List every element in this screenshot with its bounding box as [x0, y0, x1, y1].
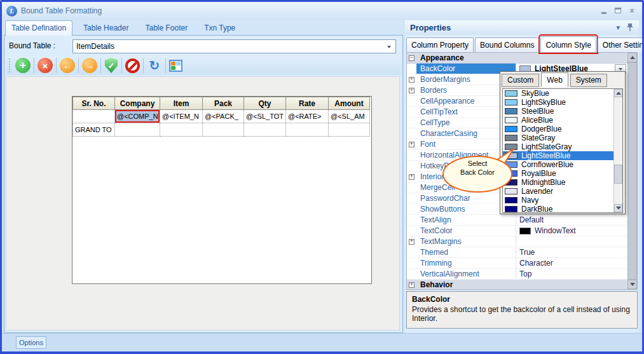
property-textalign[interactable]: TextAlignDefault [407, 215, 627, 226]
tab-table-header[interactable]: Table Header [78, 21, 134, 36]
color-name: DarkBlue [521, 205, 552, 213]
design-col-pack[interactable]: Pack [203, 97, 244, 110]
toolbar-grip[interactable] [9, 58, 11, 72]
verify-icon[interactable]: ✓ [104, 58, 118, 73]
scroll-up-icon[interactable] [627, 53, 637, 62]
design-col-sr-no[interactable]: Sr. No. [73, 97, 115, 110]
color-item-dodgerblue[interactable]: DodgerBlue [503, 125, 622, 133]
toolbar: +×←→✓↻ [6, 56, 401, 75]
scroll-down-icon[interactable] [627, 280, 637, 289]
toolbar-separator [78, 58, 79, 73]
tab-txn-type[interactable]: Txn Type [198, 21, 241, 36]
scroll-up-icon[interactable] [614, 89, 622, 97]
add-icon[interactable]: + [15, 58, 31, 73]
design-cell-r1c3[interactable]: @<ITEM_N [160, 110, 203, 123]
design-cell-r2c5[interactable] [244, 123, 286, 137]
property-grid-scrollbar[interactable] [627, 53, 637, 289]
verify-icon-glyph: ✓ [108, 61, 115, 71]
design-cell-r2c7[interactable] [329, 123, 370, 137]
color-swatch [505, 153, 517, 159]
delete-icon[interactable]: × [38, 58, 53, 73]
columns-icon[interactable] [169, 60, 182, 72]
design-cell-r2c1[interactable]: GRAND TO [73, 123, 115, 137]
color-swatch [505, 90, 517, 97]
tab-other-settings[interactable]: Other Settings [598, 37, 644, 52]
color-item-navy[interactable]: Navy [503, 196, 622, 205]
tab-bound-columns[interactable]: Bound Columns [475, 37, 539, 52]
tab-column-property[interactable]: Column Property [406, 37, 474, 52]
design-cell-r2c2[interactable] [115, 123, 160, 137]
design-cell-r1c4[interactable]: @<PACK_ [203, 110, 244, 123]
design-col-amount[interactable]: Amount [329, 97, 370, 110]
property-trimming[interactable]: TrimmingCharacter [407, 258, 627, 269]
color-item-midnightblue[interactable]: MidnightBlue [503, 178, 622, 187]
design-cell-r1c6[interactable]: @<RATE> [286, 110, 329, 123]
design-cell-r2c3[interactable] [160, 123, 203, 137]
design-cell-r1c7[interactable]: @<SL_AM [329, 110, 370, 123]
expand-icon[interactable]: + [409, 239, 414, 245]
chevron-down-icon[interactable]: ▾ [616, 24, 620, 32]
tab-system[interactable]: System [570, 74, 607, 87]
color-item-skyblue[interactable]: SkyBlue [503, 89, 622, 98]
design-cell-r1c5[interactable]: @<SL_TOT [244, 110, 286, 123]
scrollbar-thumb[interactable] [627, 62, 637, 280]
expand-icon[interactable]: + [409, 88, 414, 93]
color-list-scrollbar[interactable] [613, 89, 622, 212]
design-cell-r2c6[interactable] [286, 123, 329, 137]
toolbar-separator [34, 58, 34, 73]
design-col-qty[interactable]: Qty [244, 97, 286, 110]
color-item-slategray[interactable]: SlateGray [503, 133, 622, 142]
color-item-lightslategray[interactable]: LightSlateGray [503, 142, 622, 151]
color-item-royalblue[interactable]: RoyalBlue [503, 169, 622, 178]
expand-icon[interactable]: + [409, 77, 414, 83]
close-button[interactable]: × [627, 6, 637, 15]
move-right-icon[interactable]: → [82, 58, 97, 73]
property-textmargins[interactable]: +TextMargins [407, 236, 627, 247]
expand-column: + [407, 236, 416, 247]
move-left-icon[interactable]: ← [60, 58, 75, 73]
color-item-aliceblue[interactable]: AliceBlue [503, 116, 622, 125]
property-themed[interactable]: ThemedTrue [407, 247, 627, 258]
pin-icon[interactable] [626, 23, 634, 32]
color-item-steelblue[interactable]: SteelBlue [503, 107, 622, 116]
highlighted-cell-comp-n[interactable]: @<COMP_N [115, 110, 160, 123]
color-swatch [505, 135, 517, 141]
refresh-icon[interactable]: ↻ [147, 58, 162, 73]
color-name: Navy [521, 196, 538, 205]
color-item-lightsteelblue[interactable]: LightSteelBlue [503, 151, 622, 160]
maximize-button[interactable] [613, 6, 623, 15]
tab-web[interactable]: Web [541, 72, 568, 87]
property-textcolor[interactable]: TextColorWindowText [407, 226, 627, 236]
scrollbar-thumb[interactable] [614, 165, 622, 184]
bound-table-combobox[interactable]: ItemDetails [72, 39, 396, 53]
design-col-company[interactable]: Company [115, 97, 160, 110]
collapse-icon[interactable]: − [409, 55, 414, 61]
color-name: LightSkyBlue [521, 98, 566, 107]
block-icon[interactable] [125, 58, 140, 73]
design-col-rate[interactable]: Rate [286, 97, 329, 110]
design-canvas: Sr. No.CompanyItemPackQtyRateAmount@<COM… [6, 76, 400, 330]
tab-table-footer[interactable]: Table Footer [139, 21, 193, 36]
property-verticalalignment[interactable]: VerticalAlignmentTop [407, 269, 627, 280]
tab-column-style[interactable]: Column Style [540, 36, 596, 52]
scroll-down-icon[interactable] [614, 204, 622, 212]
expand-column [407, 107, 416, 117]
color-item-lightskyblue[interactable]: LightSkyBlue [503, 98, 622, 107]
minimize-button[interactable] [599, 6, 609, 15]
design-cell-r1c1[interactable] [73, 110, 115, 123]
design-col-item[interactable]: Item [160, 97, 203, 110]
color-item-lavender[interactable]: Lavender [503, 187, 622, 196]
expand-icon[interactable]: + [409, 174, 414, 180]
property-value: Character [516, 258, 627, 268]
tab-table-defination[interactable]: Table Defination [5, 20, 72, 36]
category-behavior[interactable]: +Behavior [407, 280, 627, 290]
design-table: Sr. No.CompanyItemPackQtyRateAmount@<COM… [72, 97, 370, 137]
options-button[interactable]: Options [16, 336, 46, 349]
color-item-darkblue[interactable]: DarkBlue [503, 205, 622, 213]
category-appearance[interactable]: −Appearance [407, 53, 627, 64]
tab-custom[interactable]: Custom [502, 74, 539, 87]
design-cell-r2c4[interactable] [203, 123, 244, 137]
expand-icon[interactable]: + [409, 142, 414, 147]
expand-icon[interactable]: + [409, 282, 414, 288]
color-item-cornflowerblue[interactable]: CornflowerBlue [503, 160, 622, 169]
